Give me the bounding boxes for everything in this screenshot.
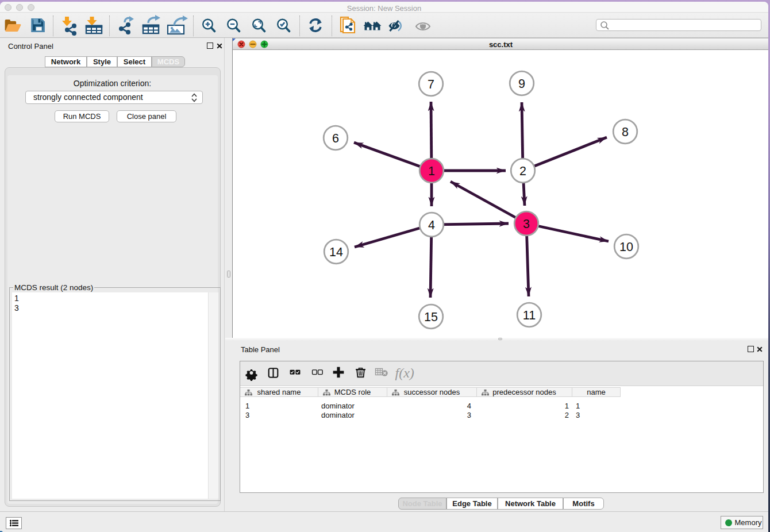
svg-text:14: 14 bbox=[329, 245, 343, 259]
svg-text:8: 8 bbox=[622, 125, 629, 139]
svg-text:f(x): f(x) bbox=[395, 365, 414, 380]
svg-text:6: 6 bbox=[332, 132, 339, 145]
svg-text:15: 15 bbox=[424, 310, 438, 324]
svg-text:2: 2 bbox=[519, 164, 526, 178]
svg-text:11: 11 bbox=[523, 309, 536, 322]
svg-text:9: 9 bbox=[518, 77, 525, 91]
svg-text:10: 10 bbox=[619, 240, 633, 254]
svg-text:3: 3 bbox=[523, 217, 530, 231]
svg-text:7: 7 bbox=[428, 78, 434, 91]
svg-text:1: 1 bbox=[428, 164, 435, 178]
svg-text:4: 4 bbox=[428, 218, 435, 232]
